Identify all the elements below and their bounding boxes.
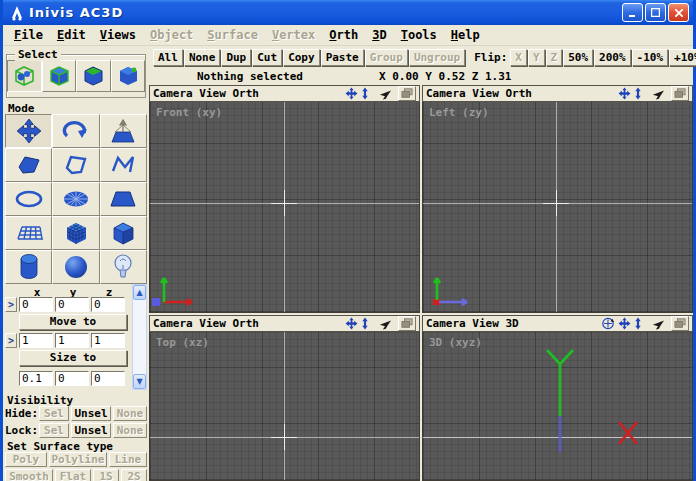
pan-view-icon[interactable] xyxy=(618,317,631,330)
viewport-left-canvas[interactable]: Left (zy) xyxy=(422,102,693,313)
size-to-button[interactable]: Size to xyxy=(19,350,127,366)
ellipse-tool-button[interactable] xyxy=(5,182,52,216)
panel-scrollbar[interactable]: ▲ ▼ xyxy=(132,284,147,390)
zoom-view-icon[interactable] xyxy=(361,317,369,330)
minimize-button[interactable] xyxy=(622,3,643,22)
select-vertex-button[interactable] xyxy=(111,60,146,92)
menu-help[interactable]: Help xyxy=(444,26,487,44)
move-expander-button[interactable]: > xyxy=(5,297,17,312)
pan-view-icon[interactable] xyxy=(345,87,358,100)
move-tool-button[interactable] xyxy=(5,114,52,148)
maximize-button[interactable] xyxy=(645,3,666,22)
maximize-viewport-button[interactable] xyxy=(671,316,689,331)
size-x-input[interactable] xyxy=(19,333,53,348)
rotate-tool-button[interactable] xyxy=(52,114,99,148)
orbit-view-icon[interactable] xyxy=(601,317,615,330)
select-group-button[interactable] xyxy=(7,60,42,92)
main-toolbar: All None Dup Cut Copy Paste Group Ungrou… xyxy=(149,46,693,68)
maximize-viewport-button[interactable] xyxy=(398,86,416,101)
move-x-input[interactable] xyxy=(19,297,53,312)
maximize-viewport-button[interactable] xyxy=(671,86,689,101)
step-z-input[interactable] xyxy=(91,371,125,386)
light-tool-button[interactable] xyxy=(100,250,147,284)
zoom-view-icon[interactable] xyxy=(634,317,642,330)
viewport-3d-canvas[interactable]: 3D (xyz) xyxy=(422,332,693,481)
size-expander-button[interactable]: > xyxy=(5,333,17,348)
left-tool-panel: Select xyxy=(3,46,149,481)
menu-tools[interactable]: Tools xyxy=(394,26,444,44)
move-z-input[interactable] xyxy=(91,297,125,312)
viewport-3d-title: Camera View 3D xyxy=(426,317,519,330)
polygon-tool-button[interactable] xyxy=(5,148,52,182)
hide-unsel-button[interactable]: Unsel xyxy=(71,406,111,421)
viewport-left[interactable]: Camera View Orth Left (zy) xyxy=(422,85,693,313)
scroll-down-button[interactable]: ▼ xyxy=(133,374,146,389)
viewport-front-canvas[interactable]: Front (xy) xyxy=(149,102,420,313)
menu-file[interactable]: File xyxy=(7,26,50,44)
step-x-input[interactable] xyxy=(19,371,53,386)
pan-view-icon[interactable] xyxy=(345,317,358,330)
menu-3d[interactable]: 3D xyxy=(365,26,393,44)
viewport-top-canvas[interactable]: Top (xz) xyxy=(149,332,420,481)
cube-tool-button[interactable] xyxy=(100,216,147,250)
right-area: All None Dup Cut Copy Paste Group Ungrou… xyxy=(149,46,693,481)
none-button[interactable]: None xyxy=(184,49,221,66)
select-surface-button[interactable] xyxy=(76,60,111,92)
zoom-view-icon[interactable] xyxy=(634,87,642,100)
zoom-plus-10-button[interactable]: +10% xyxy=(669,49,696,66)
closed-polyline-icon xyxy=(62,153,90,177)
sphere-tool-button[interactable] xyxy=(52,250,99,284)
move-y-input[interactable] xyxy=(55,297,89,312)
cut-button[interactable]: Cut xyxy=(252,49,282,66)
size-y-input[interactable] xyxy=(55,333,89,348)
group-button: Group xyxy=(365,49,408,66)
disk-tool-button[interactable] xyxy=(52,182,99,216)
window-title: Inivis AC3D xyxy=(29,5,123,20)
extrude-tool-button[interactable] xyxy=(100,114,147,148)
dup-button[interactable]: Dup xyxy=(221,49,251,66)
size-z-input[interactable] xyxy=(91,333,125,348)
close-button[interactable] xyxy=(668,3,689,22)
step-y-input[interactable] xyxy=(55,371,89,386)
open-polyline-icon xyxy=(109,153,137,177)
line-button: Line xyxy=(109,452,147,467)
move-to-button[interactable]: Move to xyxy=(19,314,127,330)
copy-button[interactable]: Copy xyxy=(283,49,320,66)
smooth-button: Smooth xyxy=(5,469,53,481)
pick-pointer-icon[interactable] xyxy=(651,318,665,330)
open-polyline-tool-button[interactable] xyxy=(100,148,147,182)
ellipse-icon xyxy=(14,187,44,211)
rectangle-tool-button[interactable] xyxy=(100,182,147,216)
pick-pointer-icon[interactable] xyxy=(378,318,392,330)
paste-button[interactable]: Paste xyxy=(321,49,364,66)
viewport-top[interactable]: Camera View Orth Top (xz) xyxy=(149,315,420,481)
panes-icon xyxy=(674,318,686,329)
hide-none-button: None xyxy=(113,406,147,421)
zoom-minus-10-button[interactable]: -10% xyxy=(632,49,669,66)
app-window: Inivis AC3D File Edit Views Object Surfa… xyxy=(0,0,696,481)
cylinder-tool-button[interactable] xyxy=(5,250,52,284)
mesh-tool-button[interactable] xyxy=(5,216,52,250)
menu-orth[interactable]: Orth xyxy=(322,26,365,44)
select-object-button[interactable] xyxy=(42,60,77,92)
subdivided-cube-icon xyxy=(62,220,90,246)
maximize-viewport-button[interactable] xyxy=(398,316,416,331)
closed-polyline-tool-button[interactable] xyxy=(52,148,99,182)
sphere-icon xyxy=(63,254,89,280)
pan-view-icon[interactable] xyxy=(618,87,631,100)
all-button[interactable]: All xyxy=(153,49,183,66)
viewport-3d[interactable]: Camera View 3D xyxy=(422,315,693,481)
lock-unsel-button[interactable]: Unsel xyxy=(71,423,111,438)
menu-views[interactable]: Views xyxy=(93,26,143,44)
zoom-view-icon[interactable] xyxy=(361,87,369,100)
zoom-200-button[interactable]: 200% xyxy=(594,49,631,66)
mode-tool-grid xyxy=(5,114,147,284)
viewport-front[interactable]: Camera View Orth Front (xy) xyxy=(149,85,420,313)
scroll-up-button[interactable]: ▲ xyxy=(133,285,146,300)
left-axis-gizmo xyxy=(425,274,473,308)
subdivided-cube-tool-button[interactable] xyxy=(52,216,99,250)
zoom-50-button[interactable]: 50% xyxy=(563,49,593,66)
pick-pointer-icon[interactable] xyxy=(378,88,392,100)
pick-pointer-icon[interactable] xyxy=(651,88,665,100)
menu-edit[interactable]: Edit xyxy=(50,26,93,44)
